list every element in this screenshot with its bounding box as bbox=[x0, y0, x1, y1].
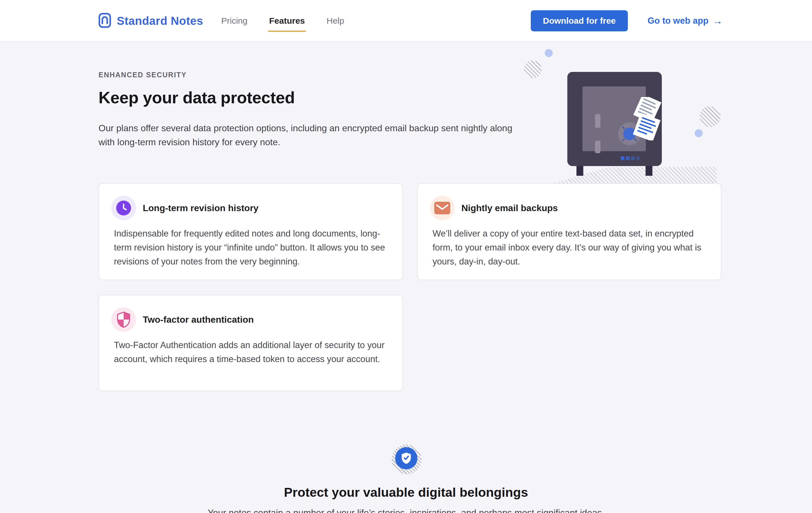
safe-leg bbox=[576, 166, 583, 176]
feature-card-revision-history: Long-term revision history Indispensable… bbox=[98, 183, 403, 280]
logo-text: Standard Notes bbox=[117, 14, 203, 27]
section-paragraph-clipped: Your notes contain a number of your life… bbox=[0, 508, 812, 513]
hero-description: Our plans offer several data protection … bbox=[98, 121, 513, 149]
card-body-text: Two-Factor Authentication adds an additi… bbox=[114, 338, 386, 366]
decorative-hatched-circle bbox=[524, 60, 542, 78]
go-to-web-app-label: Go to web app bbox=[647, 16, 708, 26]
shield-check-icon bbox=[111, 307, 136, 332]
main-nav: Pricing Features Help bbox=[221, 0, 344, 42]
card-title: Nightly email backups bbox=[461, 203, 558, 213]
security-badge bbox=[392, 445, 422, 474]
nav-item-features[interactable]: Features bbox=[269, 16, 305, 26]
arrow-right-icon: → bbox=[713, 16, 723, 26]
safe-hinge bbox=[595, 141, 601, 153]
safe-code-dots bbox=[621, 156, 640, 160]
decorative-hatched-circle bbox=[699, 106, 721, 127]
shield-check-icon bbox=[395, 447, 417, 469]
card-body-text: Indispensable for frequently edited note… bbox=[114, 227, 386, 269]
section-eyebrow: ENHANCED SECURITY bbox=[98, 71, 187, 79]
safe-hinge bbox=[595, 114, 601, 128]
card-header: Long-term revision history bbox=[111, 196, 258, 220]
logo[interactable]: Standard Notes bbox=[98, 0, 203, 42]
clock-icon bbox=[111, 196, 136, 220]
safe-leg bbox=[645, 166, 652, 176]
go-to-web-app-link[interactable]: Go to web app → bbox=[647, 0, 723, 42]
card-title: Two-factor authentication bbox=[143, 314, 254, 325]
card-header: Nightly email backups bbox=[430, 196, 558, 220]
documents-icon bbox=[632, 97, 664, 140]
download-for-free-button[interactable]: Download for free bbox=[531, 10, 628, 31]
safe-icon bbox=[567, 72, 662, 166]
vault-shadow-hatch bbox=[550, 167, 717, 185]
page-title: Keep your data protected bbox=[98, 88, 295, 107]
feature-card-email-backups: Nightly email backups We’ll deliver a co… bbox=[417, 183, 722, 280]
card-body-text: We’ll deliver a copy of your entire text… bbox=[433, 227, 704, 269]
card-header: Two-factor authentication bbox=[111, 307, 254, 332]
nav-item-pricing[interactable]: Pricing bbox=[221, 16, 248, 26]
section-heading: Protect your valuable digital belongings bbox=[0, 485, 812, 500]
decorative-dot bbox=[695, 129, 703, 137]
vault-illustration bbox=[522, 46, 740, 188]
decorative-dot bbox=[545, 49, 553, 57]
nav-item-help[interactable]: Help bbox=[327, 16, 344, 26]
standard-notes-logo-icon bbox=[98, 13, 111, 29]
card-title: Long-term revision history bbox=[143, 203, 258, 213]
top-nav: Standard Notes Pricing Features Help Dow… bbox=[0, 0, 812, 42]
envelope-icon bbox=[430, 196, 455, 220]
feature-card-two-factor: Two-factor authentication Two-Factor Aut… bbox=[98, 295, 403, 391]
